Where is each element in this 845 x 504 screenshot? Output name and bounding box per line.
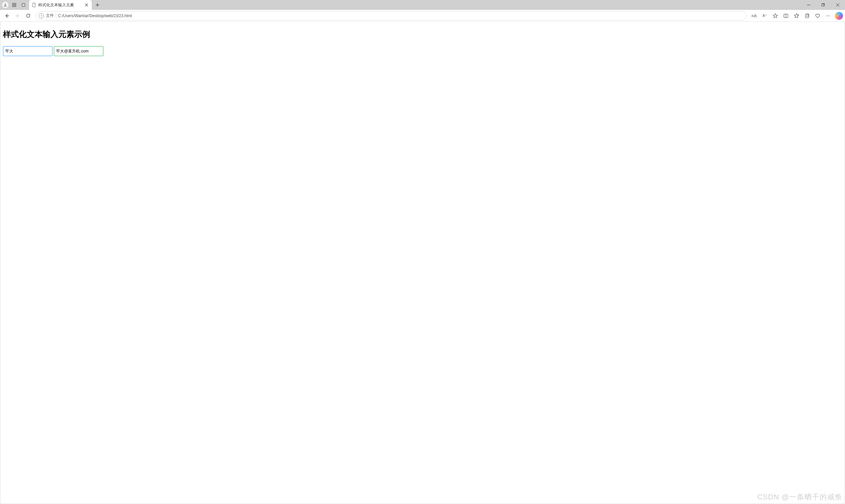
workspaces-button[interactable]: [11, 1, 18, 8]
window-controls: [801, 0, 845, 10]
svg-rect-4: [15, 5, 16, 6]
svg-rect-7: [822, 4, 824, 6]
collections-icon: [805, 13, 810, 18]
more-icon: [826, 13, 831, 18]
star-icon: [773, 13, 778, 18]
refresh-button[interactable]: [23, 11, 33, 21]
profile-button[interactable]: [2, 2, 8, 8]
forward-button[interactable]: [13, 11, 22, 21]
maximize-icon: [822, 3, 825, 6]
svg-rect-5: [22, 3, 25, 6]
plus-icon: [96, 3, 99, 7]
star-list-icon: [794, 13, 799, 18]
maximize-button[interactable]: [816, 0, 830, 10]
titlebar: 样式化文本输入元素: [0, 0, 845, 10]
more-button[interactable]: [823, 11, 833, 21]
scheme-label: 文件: [46, 13, 54, 18]
favorite-button[interactable]: [770, 11, 780, 21]
refresh-icon: [26, 13, 31, 18]
read-aloud-button[interactable]: A⁺: [760, 11, 770, 21]
copilot-button[interactable]: [835, 12, 843, 20]
svg-point-10: [826, 15, 827, 16]
svg-point-12: [829, 15, 830, 16]
svg-point-11: [828, 15, 828, 16]
close-icon: [85, 3, 88, 6]
minimize-button[interactable]: [801, 0, 816, 10]
browser-tab[interactable]: 样式化文本输入元素: [29, 0, 92, 10]
svg-rect-3: [13, 5, 14, 6]
workspaces-icon: [12, 3, 17, 7]
tab-close-button[interactable]: [84, 2, 89, 7]
svg-point-0: [5, 4, 6, 5]
address-separator: [56, 13, 56, 18]
tab-title: 样式化文本输入元素: [38, 2, 74, 8]
back-button[interactable]: [2, 11, 12, 21]
close-icon: [836, 3, 839, 6]
url-input[interactable]: [58, 14, 744, 18]
tab-actions-icon: [21, 3, 26, 7]
translate-button[interactable]: aあ: [749, 11, 759, 21]
address-bar[interactable]: i 文件: [36, 11, 747, 20]
close-window-button[interactable]: [830, 0, 845, 10]
browser-essentials-button[interactable]: [813, 11, 823, 21]
split-icon: [783, 13, 789, 18]
svg-rect-2: [15, 3, 16, 5]
toolbar-right: aあ A⁺: [749, 11, 843, 21]
person-icon: [3, 3, 7, 7]
toolbar: i 文件 aあ A⁺: [0, 10, 845, 22]
minimize-icon: [807, 3, 810, 6]
split-screen-button[interactable]: [781, 11, 791, 21]
new-tab-button[interactable]: [93, 1, 102, 9]
page-icon: [32, 3, 36, 7]
heart-pulse-icon: [815, 13, 820, 18]
titlebar-left: [2, 1, 27, 8]
collections-button[interactable]: [802, 11, 812, 21]
site-info-icon[interactable]: i: [39, 13, 44, 18]
favorites-list-button[interactable]: [792, 11, 801, 21]
arrow-right-icon: [15, 13, 20, 18]
svg-rect-1: [13, 3, 14, 5]
arrow-left-icon: [4, 13, 10, 18]
tab-actions-button[interactable]: [20, 1, 27, 8]
